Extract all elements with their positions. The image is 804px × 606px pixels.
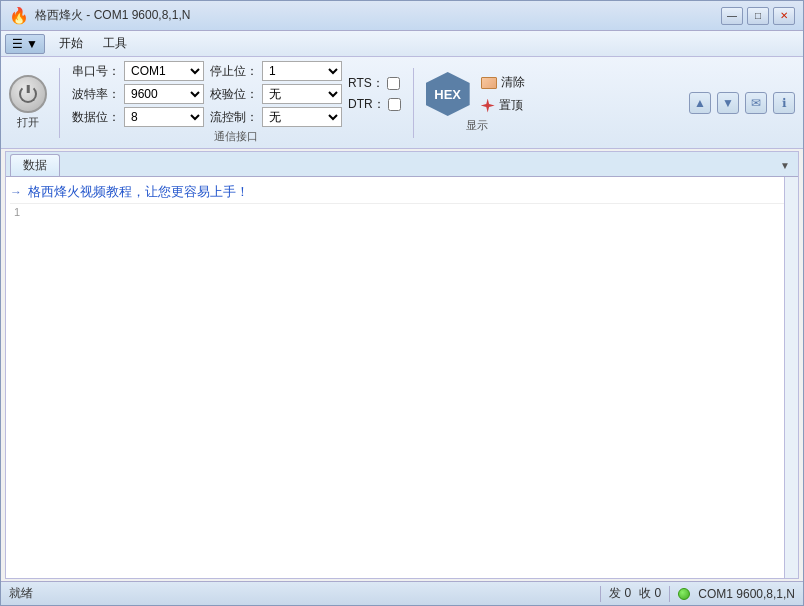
- rts-checkbox[interactable]: [387, 77, 400, 90]
- flow-control-label: 流控制：: [210, 109, 258, 126]
- tab-dropdown-arrow[interactable]: ▼: [776, 154, 794, 176]
- comm-interface-label: 通信接口: [72, 129, 401, 144]
- top-button[interactable]: 置顶: [478, 96, 528, 115]
- status-led-icon: [678, 588, 690, 600]
- app-icon: 🔥: [9, 6, 29, 25]
- tab-bar: 数据 ▼: [6, 152, 798, 177]
- nav-up-icon[interactable]: ▲: [689, 92, 711, 114]
- data-bits-select[interactable]: 8: [124, 107, 204, 127]
- dtr-checkbox[interactable]: [388, 98, 401, 111]
- menu-item-tools[interactable]: 工具: [93, 33, 137, 54]
- data-message: 格西烽火视频教程，让您更容易上手！: [28, 183, 249, 201]
- minimize-button[interactable]: —: [721, 7, 743, 25]
- send-count: 发 0: [609, 585, 631, 602]
- data-content: → 格西烽火视频教程，让您更容易上手！ 1: [6, 177, 798, 578]
- hex-area: HEX: [426, 72, 470, 116]
- baud-rate-select[interactable]: 9600: [124, 84, 204, 104]
- scroll-area[interactable]: [784, 177, 798, 578]
- toolbar-divider-1: [59, 68, 60, 138]
- display-section: HEX 清除 置顶 显示: [426, 72, 528, 133]
- toolbar: 打开 串口号： COM1 波特率： 9600 数据位： 8: [1, 57, 803, 149]
- power-circle-icon: [9, 75, 47, 113]
- check-bits-label: 校验位：: [210, 86, 258, 103]
- power-button[interactable]: 打开: [9, 75, 47, 130]
- top-label: 置顶: [499, 97, 523, 114]
- flow-control-select[interactable]: 无: [262, 107, 342, 127]
- chat-icon[interactable]: ✉: [745, 92, 767, 114]
- clear-button[interactable]: 清除: [478, 73, 528, 92]
- close-button[interactable]: ✕: [773, 7, 795, 25]
- clear-label: 清除: [501, 74, 525, 91]
- data-bits-label: 数据位：: [72, 109, 120, 126]
- power-label: 打开: [17, 115, 39, 130]
- rts-row: RTS：: [348, 75, 401, 92]
- menu-dropdown-icon: ☰: [12, 37, 23, 51]
- window-title: 格西烽火 - COM1 9600,8,1,N: [35, 7, 190, 24]
- baud-rate-label: 波特率：: [72, 86, 120, 103]
- toolbar-divider-2: [413, 68, 414, 138]
- rts-label: RTS：: [348, 75, 384, 92]
- nav-down-icon[interactable]: ▼: [717, 92, 739, 114]
- status-divider-2: [669, 586, 670, 602]
- menu-dropdown-arrow: ▼: [26, 37, 38, 51]
- data-tab[interactable]: 数据: [10, 154, 60, 176]
- check-bits-select[interactable]: 无: [262, 84, 342, 104]
- rts-dtr-area: RTS： DTR：: [348, 75, 401, 113]
- status-right: 发 0 收 0 COM1 9600,8,1,N: [600, 585, 795, 602]
- data-header-row: → 格西烽火视频教程，让您更容易上手！: [10, 181, 794, 204]
- menu-item-start[interactable]: 开始: [49, 33, 93, 54]
- menu-bar: ☰ ▼ 开始 工具: [1, 31, 803, 57]
- title-controls: — □ ✕: [721, 7, 795, 25]
- app-window: 🔥 格西烽火 - COM1 9600,8,1,N — □ ✕ ☰ ▼ 开始 工具…: [0, 0, 804, 606]
- comm-interface-section: 串口号： COM1 波特率： 9600 数据位： 8 停止位：: [72, 61, 401, 144]
- topright-icons: ▲ ▼ ✉ ℹ: [689, 92, 795, 114]
- main-area: 数据 ▼ → 格西烽火视频教程，让您更容易上手！ 1: [5, 151, 799, 579]
- restore-button[interactable]: □: [747, 7, 769, 25]
- line-number: 1: [10, 204, 794, 220]
- display-buttons: 清除 置顶: [478, 73, 528, 115]
- com-port-label: 串口号：: [72, 63, 120, 80]
- hex-button[interactable]: HEX: [426, 72, 470, 116]
- status-divider-1: [600, 586, 601, 602]
- eraser-icon: [481, 77, 497, 89]
- dtr-label: DTR：: [348, 96, 385, 113]
- com-port-select[interactable]: COM1: [124, 61, 204, 81]
- stop-bits-label: 停止位：: [210, 63, 258, 80]
- info-icon[interactable]: ℹ: [773, 92, 795, 114]
- status-text: 就绪: [9, 585, 33, 602]
- port-info: COM1 9600,8,1,N: [698, 587, 795, 601]
- recv-count: 收 0: [639, 585, 661, 602]
- status-bar: 就绪 发 0 收 0 COM1 9600,8,1,N: [1, 581, 803, 605]
- receive-arrow-icon: →: [10, 185, 22, 199]
- pin-icon: [481, 99, 495, 113]
- dtr-row: DTR：: [348, 96, 401, 113]
- title-bar: 🔥 格西烽火 - COM1 9600,8,1,N — □ ✕: [1, 1, 803, 31]
- menu-dropdown[interactable]: ☰ ▼: [5, 34, 45, 54]
- stop-bits-select[interactable]: 1: [262, 61, 342, 81]
- title-bar-left: 🔥 格西烽火 - COM1 9600,8,1,N: [9, 6, 190, 25]
- content-wrapper: 数据 ▼ → 格西烽火视频教程，让您更容易上手！ 1: [1, 149, 803, 581]
- display-section-label: 显示: [466, 118, 488, 133]
